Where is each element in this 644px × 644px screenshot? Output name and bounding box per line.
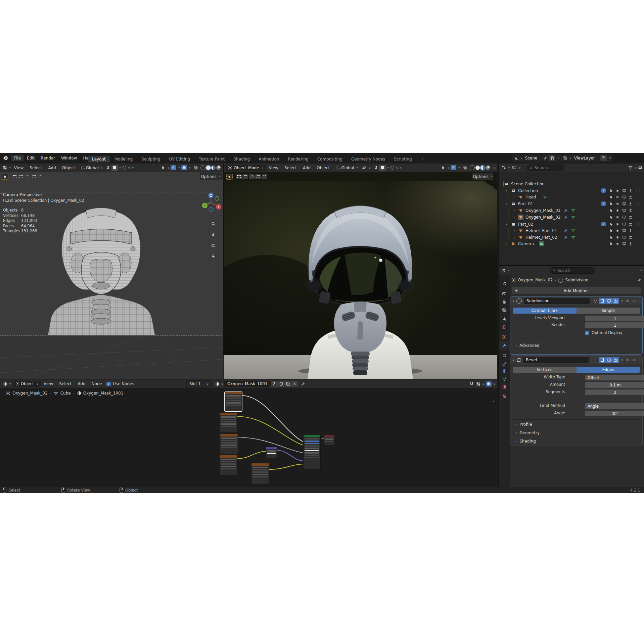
- properties-options-chevron[interactable]: ∨: [640, 269, 642, 272]
- add-workspace-button[interactable]: +: [417, 156, 428, 163]
- shading-solid-icon[interactable]: [206, 166, 211, 170]
- simple-button[interactable]: Simple: [577, 308, 640, 314]
- node-options-grid-icon[interactable]: [475, 381, 481, 387]
- fake-user-shield-icon[interactable]: [278, 381, 284, 387]
- node-image-texture-5[interactable]: [251, 463, 269, 484]
- geometry-section-toggle[interactable]: ›Geometry: [515, 430, 540, 435]
- tab-render[interactable]: [499, 289, 510, 297]
- vpr-menu-add[interactable]: Add: [300, 166, 314, 170]
- new-material-icon[interactable]: [284, 381, 291, 387]
- angle-field[interactable]: 30°: [585, 411, 644, 416]
- node-image-texture-3[interactable]: [220, 434, 238, 454]
- active-tool-tweak[interactable]: [226, 174, 233, 180]
- select-mode-tweak[interactable]: [236, 174, 242, 179]
- modifier-name-field[interactable]: Bevel: [523, 357, 589, 363]
- hide-viewport-icon[interactable]: [615, 235, 620, 240]
- tab-compositing[interactable]: Compositing: [313, 156, 347, 163]
- optimal-display-checkbox[interactable]: ✓: [585, 331, 589, 335]
- node-principled-bsdf[interactable]: [303, 434, 321, 469]
- tab-modifiers[interactable]: [499, 341, 510, 350]
- region-collapse-icon[interactable]: ‹: [492, 184, 494, 189]
- breadcrumb-object[interactable]: Oxygen_Mask_02: [518, 278, 553, 282]
- disable-viewport-icon[interactable]: [622, 241, 627, 246]
- filter-icon[interactable]: [627, 165, 634, 171]
- disable-viewport-icon[interactable]: [622, 222, 627, 227]
- vpr-menu-view[interactable]: View: [266, 166, 281, 170]
- navigation-gizmo[interactable]: Z Y X: [201, 192, 221, 212]
- menu-edit[interactable]: Edit: [24, 156, 38, 160]
- disable-render-icon[interactable]: [628, 215, 633, 220]
- select-mode-box[interactable]: [18, 174, 24, 179]
- add-modifier-button[interactable]: + Add Modifier: [511, 287, 641, 294]
- render-levels-field[interactable]: 1: [585, 322, 644, 328]
- viewport-toolbar-expand-icon[interactable]: ›: [1, 192, 2, 195]
- tab-uv-editing[interactable]: UV Editing: [165, 156, 194, 163]
- shading-section-toggle[interactable]: ›Shading: [515, 439, 536, 444]
- proportional-falloff-icon[interactable]: ∿: [396, 166, 399, 170]
- proportional-falloff-icon[interactable]: ∿: [128, 166, 131, 170]
- snap-target-icon[interactable]: [111, 165, 118, 171]
- cage-display-toggle[interactable]: [599, 298, 606, 304]
- tab-view-layer[interactable]: [499, 306, 510, 314]
- pivot-icon[interactable]: [361, 165, 367, 171]
- disable-render-icon[interactable]: [628, 208, 633, 213]
- outliner-row-camera[interactable]: › Camera: [499, 240, 644, 247]
- outliner-row-oxygen-mask-01[interactable]: │ › Oxygen_Mask_01: [499, 207, 644, 214]
- pin-id-icon[interactable]: [637, 278, 641, 282]
- select-mode-tweak[interactable]: [12, 174, 17, 179]
- shader-menu-add[interactable]: Add: [75, 381, 88, 386]
- outliner-row-part-01[interactable]: ∨ Part_01 ✓: [499, 200, 644, 207]
- breadcrumb-modifier[interactable]: Subdivision: [565, 278, 588, 282]
- node-material-output[interactable]: [324, 435, 335, 445]
- selectable-icon[interactable]: [609, 188, 614, 193]
- tab-texture-paint[interactable]: Texture Paint: [195, 156, 229, 163]
- shading-dropdown-toggle[interactable]: ∨: [181, 165, 191, 170]
- render-display-toggle[interactable]: [612, 357, 619, 363]
- slot-dropdown[interactable]: Slot 1∨: [186, 380, 212, 387]
- selectable-icon[interactable]: [609, 194, 614, 200]
- vpr-menu-select[interactable]: Select: [281, 166, 300, 170]
- editor-type-icon[interactable]: [1, 165, 8, 171]
- disable-viewport-icon[interactable]: [622, 188, 627, 193]
- tab-animation[interactable]: Animation: [255, 156, 283, 163]
- selectable-icon[interactable]: [609, 241, 614, 246]
- select-mode-lasso[interactable]: [255, 174, 261, 179]
- disable-viewport-icon[interactable]: [622, 235, 627, 240]
- viewlayer-browse-chevron[interactable]: ∨: [569, 157, 571, 160]
- drag-handle-icon[interactable]: ∷∷: [632, 358, 636, 362]
- expand-chevron[interactable]: ∨: [512, 300, 514, 303]
- orientation-dropdown[interactable]: Global∨: [81, 166, 103, 170]
- hide-viewport-icon[interactable]: [615, 228, 620, 233]
- shading-rendered-icon[interactable]: [216, 166, 221, 170]
- region-collapse-icon[interactable]: ‹: [493, 399, 494, 403]
- edit-mode-display-toggle[interactable]: [592, 298, 599, 304]
- pin-icon[interactable]: [543, 156, 547, 160]
- profile-section-toggle[interactable]: ›Profile: [515, 422, 532, 427]
- disable-render-icon[interactable]: [628, 194, 633, 200]
- shading-material-icon[interactable]: [480, 166, 485, 170]
- hide-viewport-icon[interactable]: [615, 188, 620, 193]
- shading-options-chevron[interactable]: ∨: [493, 166, 495, 169]
- vpl-menu-object[interactable]: Object: [59, 166, 78, 170]
- disable-render-icon[interactable]: [628, 235, 633, 240]
- viewlayer-icon[interactable]: [563, 156, 567, 160]
- orientation-dropdown[interactable]: Global∨: [336, 166, 358, 170]
- shader-menu-node[interactable]: Node: [89, 381, 105, 386]
- tab-object[interactable]: [499, 333, 510, 341]
- pin-material-icon[interactable]: [300, 381, 306, 387]
- selectable-icon[interactable]: [609, 201, 614, 206]
- menu-render[interactable]: Render: [38, 156, 58, 160]
- holdout-icon[interactable]: [635, 201, 640, 206]
- drag-handle-icon[interactable]: ∷∷: [632, 299, 636, 303]
- vpr-menu-object[interactable]: Object: [314, 166, 333, 170]
- outliner-editor-type-icon[interactable]: [500, 165, 507, 171]
- shading-solid-icon[interactable]: [475, 166, 480, 170]
- show-gizmo-toggle[interactable]: ∨: [161, 166, 169, 170]
- holdout-icon[interactable]: [635, 222, 640, 227]
- tab-shading[interactable]: Shading: [229, 156, 254, 163]
- outliner-row-scene-collection[interactable]: Scene Collection: [499, 181, 644, 187]
- shading-wireframe-icon[interactable]: [200, 165, 205, 170]
- scene-browse-chevron[interactable]: ∨: [520, 157, 522, 160]
- material-name-field[interactable]: Oxygen_Mask_1001: [224, 381, 271, 387]
- node-image-texture-2[interactable]: [219, 413, 237, 433]
